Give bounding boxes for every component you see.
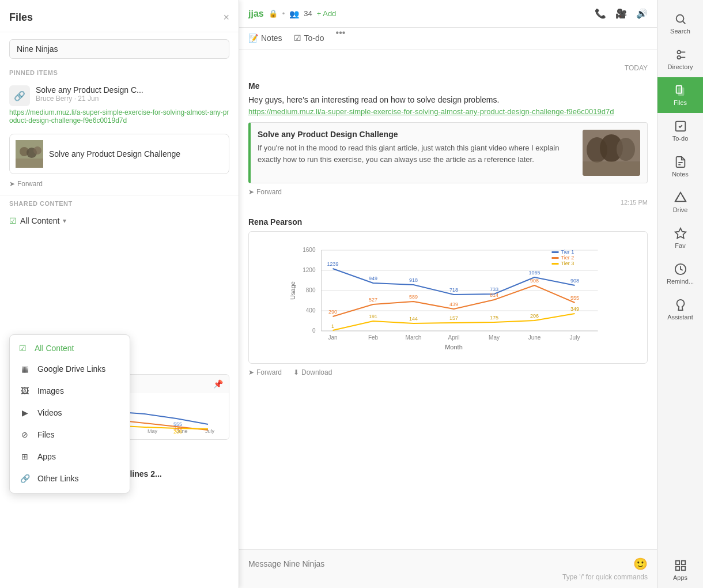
pinned-item-url[interactable]: https://medium.muz.li/a-super-simple-exe…: [9, 108, 229, 125]
sidebar-files-label: Files: [674, 99, 687, 106]
pinned-item-meta: Bruce Berry · 21 Jun: [36, 95, 143, 103]
quick-command-hint: Type '/' for quick commands: [248, 573, 648, 581]
check-icon: ☑: [19, 344, 27, 353]
svg-rect-85: [681, 561, 685, 564]
files-forward-button[interactable]: ➤ Forward: [0, 178, 239, 190]
pinned-card-image: [16, 140, 43, 168]
chart-forward-button[interactable]: ➤ Forward: [248, 368, 282, 376]
link-preview-desc: If you're not in the mood to read this g…: [258, 142, 576, 165]
svg-point-3: [33, 146, 41, 154]
tab-notes[interactable]: 📝 Notes: [248, 28, 282, 50]
svg-text:718: 718: [449, 287, 458, 293]
message-group-me: Me Hey guys, here's an interesting read …: [248, 81, 648, 206]
files-icon: [674, 84, 687, 97]
dropdown-item-other-links[interactable]: 🔗 Other Links: [10, 468, 130, 489]
svg-text:Tier 3: Tier 3: [561, 261, 575, 266]
svg-text:1: 1: [331, 323, 334, 329]
svg-text:908: 908: [570, 278, 579, 284]
add-members-button[interactable]: + Add: [317, 9, 337, 18]
todo-tab-label: To-do: [304, 33, 324, 43]
dropdown-item-label: Other Links: [37, 474, 79, 483]
svg-text:Feb: Feb: [368, 334, 379, 341]
message-input[interactable]: [248, 559, 629, 568]
forward-icon: ➤: [248, 188, 254, 196]
emoji-button[interactable]: 🙂: [633, 557, 648, 571]
link-icon: 🔗: [9, 85, 30, 106]
members-icon: 👥: [289, 9, 299, 18]
more-tabs-button[interactable]: •••: [336, 28, 346, 50]
svg-text:1239: 1239: [327, 261, 338, 267]
svg-text:May: May: [489, 334, 500, 341]
dropdown-item-files[interactable]: ⊘ Files: [10, 424, 130, 446]
sidebar-item-assistant[interactable]: Assistant: [657, 292, 703, 327]
svg-rect-84: [675, 561, 679, 564]
dropdown-item-images[interactable]: 🖼 Images: [10, 380, 130, 402]
svg-text:918: 918: [409, 277, 418, 283]
svg-rect-87: [681, 567, 685, 570]
files-icon: ⊘: [19, 429, 31, 440]
sidebar-fav-label: Fav: [675, 242, 685, 249]
chart-download-button[interactable]: ⬇ Download: [293, 368, 332, 376]
sidebar-item-fav[interactable]: Fav: [657, 220, 703, 256]
dropdown-item-google-drive[interactable]: ▦ Google Drive Links: [10, 358, 130, 380]
tab-todo[interactable]: ☑ To-do: [294, 28, 324, 50]
link-preview-text: Solve any Product Design Challenge If yo…: [258, 130, 576, 165]
filter-row[interactable]: ☑ All Content ▾: [0, 212, 239, 230]
svg-rect-86: [675, 567, 679, 570]
dropdown-item-videos[interactable]: ▶ Videos: [10, 402, 130, 424]
audio-button[interactable]: 🔊: [636, 8, 648, 19]
sidebar-item-apps[interactable]: Apps: [657, 552, 703, 588]
forward-label: Forward: [256, 368, 282, 376]
dropdown-item-all-content[interactable]: ☑ All Content: [10, 338, 130, 358]
filter-dropdown: ☑ All Content ▦ Google Drive Links 🖼 Ima…: [9, 334, 130, 493]
svg-text:555: 555: [570, 295, 579, 301]
pinned-label: PINNED ITEMS: [0, 66, 239, 80]
dropdown-item-label: Images: [37, 386, 64, 395]
video-icon: ▶: [19, 407, 31, 419]
svg-point-71: [676, 15, 683, 22]
svg-rect-22: [583, 161, 640, 176]
main-chat-area: jjas 🔒 • 👥 34 + Add 📞 🎥 🔊 📝 Notes ☑ To-d…: [239, 0, 657, 588]
sidebar-item-drive[interactable]: Drive: [657, 184, 703, 220]
dropdown-item-label: All Content: [35, 344, 74, 353]
svg-rect-78: [678, 88, 683, 95]
sidebar-item-search[interactable]: Search: [657, 6, 703, 42]
svg-rect-69: [552, 263, 559, 265]
sidebar-item-directory[interactable]: Directory: [657, 42, 703, 77]
dropdown-item-label: Google Drive Links: [37, 364, 105, 374]
notes-tab-icon: 📝: [248, 33, 258, 43]
svg-text:Tier 2: Tier 2: [561, 255, 575, 261]
sidebar-item-files[interactable]: Files: [657, 77, 703, 113]
sidebar-item-notes[interactable]: Notes: [657, 149, 703, 184]
sidebar-item-remind[interactable]: Remind...: [657, 256, 703, 292]
svg-text:290: 290: [328, 309, 337, 315]
svg-text:April: April: [448, 334, 459, 341]
sidebar-item-todo[interactable]: To-do: [657, 113, 703, 149]
filter-chevron-icon: ▾: [63, 217, 66, 225]
dropdown-item-label: Videos: [37, 408, 62, 417]
svg-text:949: 949: [369, 276, 377, 281]
files-close-button[interactable]: ×: [223, 12, 229, 24]
files-search-input[interactable]: [9, 39, 229, 59]
svg-text:908: 908: [530, 278, 539, 284]
svg-text:191: 191: [369, 314, 377, 319]
forward-button[interactable]: ➤ Forward: [248, 188, 282, 196]
sidebar-search-label: Search: [670, 28, 690, 35]
directory-icon: [674, 48, 687, 61]
svg-rect-4: [16, 159, 43, 168]
download-label: Download: [301, 368, 332, 376]
lock-icon: 🔒: [269, 9, 278, 18]
message-link[interactable]: https://medium.muz.li/a-super-simple-exe…: [248, 107, 614, 116]
voice-call-button[interactable]: 📞: [595, 8, 606, 19]
pinned-card[interactable]: Solve any Product Design Challenge: [9, 134, 229, 174]
svg-text:June: June: [528, 334, 541, 341]
svg-text:157: 157: [449, 315, 458, 321]
video-call-button[interactable]: 🎥: [615, 8, 627, 19]
sidebar-notes-label: Notes: [672, 171, 689, 178]
svg-line-72: [683, 21, 685, 24]
svg-text:July: July: [205, 428, 215, 434]
filter-label: All Content: [20, 216, 59, 225]
svg-point-73: [677, 51, 681, 54]
dropdown-item-apps[interactable]: ⊞ Apps: [10, 446, 130, 468]
date-divider: TODAY: [248, 64, 648, 72]
